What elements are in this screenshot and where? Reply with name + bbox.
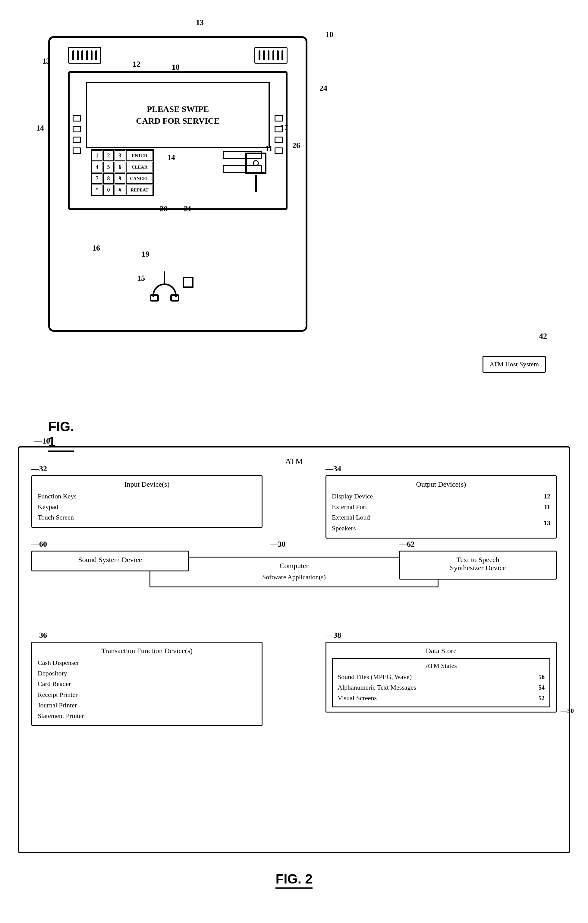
ref-50: —50 — [560, 707, 574, 714]
ref-32: —32 — [31, 464, 47, 473]
atm-screen: PLEASE SWIPE CARD FOR SERVICE — [86, 82, 270, 148]
ref-42: 42 — [539, 332, 547, 341]
keypad-grid: 1 2 3 ENTER 4 5 6 CLEAR 7 8 9 CANCEL * 0 — [91, 149, 154, 196]
input-devices-box: Input Device(s) Function Keys Keypad Tou… — [31, 475, 262, 528]
key-8[interactable]: 8 — [103, 173, 114, 184]
key-6[interactable]: 6 — [115, 162, 125, 172]
fig2-section: —10 ATM —32 Input Device(s) Function Key… — [18, 446, 570, 887]
atm-main-panel: PLEASE SWIPE CARD FOR SERVICE 1 2 3 ENTE… — [68, 71, 288, 210]
computer-row: —30 —60 Sound System Device Computer Sof… — [31, 550, 557, 593]
atm-states-title: ATM States — [337, 662, 545, 670]
ref-11: 11 — [265, 144, 273, 153]
output-item-3: External LoudSpeakers — [332, 512, 370, 533]
bottom-area: —36 Transaction Function Device(s) Cash … — [31, 642, 557, 726]
speaker-left — [68, 47, 101, 64]
output-devices-title: Output Device(s) — [332, 480, 550, 488]
ref-17: 17 — [280, 123, 288, 132]
fkey-l3 — [73, 136, 81, 143]
fig2-container: —32 Input Device(s) Function Keys Keypad… — [31, 475, 557, 726]
key-star[interactable]: * — [92, 184, 103, 195]
ref-15: 15 — [137, 274, 145, 283]
ref-13-top: 13 — [196, 18, 204, 27]
fkey-r4 — [275, 148, 283, 154]
ref-12-out: 12 — [544, 491, 550, 501]
ref-20: 20 — [160, 204, 167, 214]
trans-item-4: Receipt Printer — [38, 689, 256, 700]
data-store-content: Sound Files (MPEG, Wave) 56 Alphanumeric… — [337, 672, 545, 703]
transaction-title: Transaction Function Device(s) — [38, 647, 256, 655]
fkey-r1 — [275, 115, 283, 122]
ref-56: 56 — [539, 672, 545, 682]
ds-item-3: Visual Screens — [337, 693, 377, 703]
fkey-r3 — [275, 136, 283, 143]
ref-54: 54 — [539, 683, 545, 692]
key-2[interactable]: 2 — [103, 150, 114, 161]
function-keys-right — [275, 115, 283, 154]
ds-item-2: Alphanumeric Text Messages — [337, 682, 416, 693]
input-item-1: Function Keys — [38, 491, 256, 501]
computer-title: Computer — [156, 562, 432, 570]
keypad-area: 1 2 3 ENTER 4 5 6 CLEAR 7 8 9 CANCEL * 0 — [91, 149, 154, 196]
key-hash[interactable]: # — [115, 184, 125, 195]
fig2-label-container: FIG. 2 — [18, 871, 570, 887]
function-keys-left — [73, 115, 81, 154]
top-area: —32 Input Device(s) Function Keys Keypad… — [31, 475, 557, 539]
ref-12: 12 — [133, 60, 141, 69]
fkey-l4 — [73, 148, 81, 154]
fkey-l1 — [73, 115, 81, 122]
trans-item-3: Card Reader — [38, 678, 256, 689]
jack-housing — [245, 153, 267, 174]
page-container: PLEASE SWIPE CARD FOR SERVICE 1 2 3 ENTE… — [0, 0, 588, 923]
trans-item-6: Statement Printer — [38, 710, 256, 721]
input-devices-content: Function Keys Keypad Touch Screen — [38, 491, 256, 523]
ref-36: —36 — [31, 631, 47, 640]
sound-system-box: Sound System Device — [31, 550, 189, 572]
key-9[interactable]: 9 — [115, 173, 125, 184]
tts-box: Text to SpeechSynthesizer Device — [399, 550, 557, 580]
key-enter[interactable]: ENTER — [126, 150, 153, 161]
key-4[interactable]: 4 — [92, 162, 103, 172]
diagram-atm-title: ATM — [31, 457, 557, 466]
tts-title: Text to SpeechSynthesizer Device — [405, 556, 550, 572]
ref-26: 26 — [292, 141, 300, 150]
input-item-2: Keypad — [38, 501, 256, 512]
key-repeat[interactable]: REPEAT — [126, 184, 153, 195]
key-0[interactable]: 0 — [103, 184, 114, 195]
ref-24: 24 — [319, 84, 327, 93]
ref-34: —34 — [326, 464, 341, 473]
trans-item-5: Journal Printer — [38, 700, 256, 710]
speaker-right — [254, 47, 288, 64]
trans-item-2: Depository — [38, 668, 256, 678]
output-devices-box: Output Device(s) Display Device 12 Exter… — [326, 475, 557, 539]
key-7[interactable]: 7 — [92, 173, 103, 184]
fig1-section: PLEASE SWIPE CARD FOR SERVICE 1 2 3 ENTE… — [24, 12, 564, 434]
ref-18: 18 — [172, 63, 180, 72]
ref-13-out: 13 — [544, 517, 550, 528]
ref-13-tl: 13 — [42, 57, 50, 66]
key-5[interactable]: 5 — [103, 162, 114, 172]
ref-30: —30 — [270, 540, 286, 549]
atm-device: PLEASE SWIPE CARD FOR SERVICE 1 2 3 ENTE… — [48, 36, 308, 332]
key-clear[interactable]: CLEAR — [126, 162, 153, 172]
input-devices-title: Input Device(s) — [38, 480, 256, 488]
diagram-outer: —10 ATM —32 Input Device(s) Function Key… — [18, 446, 570, 853]
sound-system-title: Sound System Device — [38, 556, 183, 564]
ref-16: 16 — [92, 244, 100, 253]
ref-outer-10: —10 — [34, 437, 50, 446]
atm-host-box: ATM Host System — [483, 356, 546, 373]
ref-52: 52 — [539, 693, 545, 703]
data-store-inner: ATM States Sound Files (MPEG, Wave) 56 A… — [332, 658, 550, 708]
key-cancel[interactable]: CANCEL — [126, 173, 153, 184]
key-3[interactable]: 3 — [115, 150, 125, 161]
ref-14-r: 14 — [167, 153, 175, 162]
key-1[interactable]: 1 — [92, 150, 103, 161]
output-item-1: Display Device — [332, 491, 373, 501]
ref-60: —60 — [31, 540, 47, 549]
data-store-box: Data Store ATM States Sound Files (MPEG,… — [326, 642, 557, 713]
output-item-2: External Port — [332, 501, 367, 512]
ds-item-1: Sound Files (MPEG, Wave) — [337, 672, 412, 682]
computer-subtitle: Software Application(s) — [156, 572, 432, 582]
computer-box: Computer Software Application(s) — [149, 557, 439, 587]
transaction-box: Transaction Function Device(s) Cash Disp… — [31, 642, 262, 726]
ref-11-out: 11 — [544, 501, 550, 512]
